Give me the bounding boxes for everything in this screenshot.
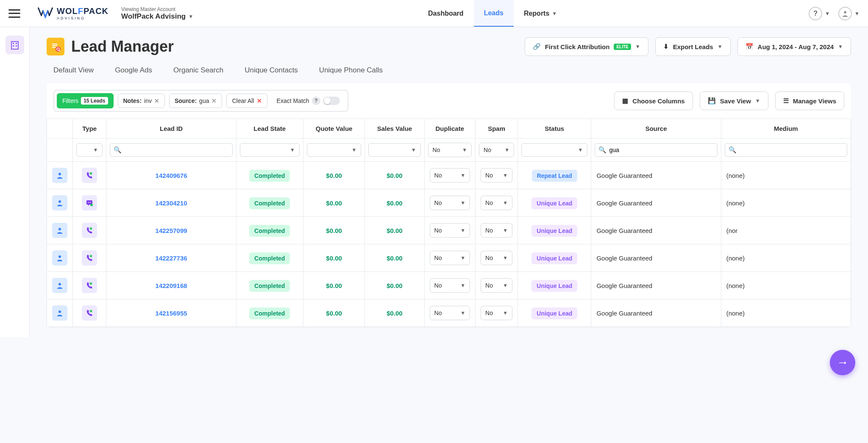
hamburger-menu-icon[interactable] — [8, 9, 20, 18]
attribution-button[interactable]: 🔗 First Click Attribution ELITE ▼ — [525, 37, 648, 56]
manage-views-button[interactable]: ☰Manage Views — [775, 91, 844, 110]
date-range-button[interactable]: 📅 Aug 1, 2024 - Aug 7, 2024 ▼ — [737, 37, 851, 56]
filter-source-chip[interactable]: Source:gua✕ — [169, 94, 222, 108]
lead-state: Completed — [249, 225, 290, 237]
lead-state: Completed — [249, 170, 290, 182]
toggle-switch[interactable] — [323, 97, 340, 105]
person-icon[interactable] — [52, 305, 67, 321]
duplicate-select[interactable]: No▼ — [430, 168, 470, 183]
chevron-down-icon[interactable]: ▼ — [825, 11, 830, 17]
phone-icon[interactable] — [82, 278, 97, 293]
topbar: WOLFPACK ADVISING Viewing Master Account… — [0, 0, 868, 27]
chevron-down-icon[interactable]: ▼ — [854, 11, 860, 17]
table-row: 142156955Completed$0.00$0.00No▼No▼Unique… — [47, 299, 851, 327]
source-cell: Google Guaranteed — [591, 189, 721, 217]
col-lead-state[interactable]: Lead State — [236, 119, 303, 138]
export-button[interactable]: ⬇ Export Leads ▼ — [655, 37, 731, 56]
type-filter[interactable]: ▼ — [76, 143, 103, 157]
tab-organic-search[interactable]: Organic Search — [173, 64, 223, 76]
spam-select[interactable]: No▼ — [481, 223, 512, 238]
chevron-down-icon: ▼ — [188, 14, 193, 19]
leadid-filter[interactable]: 🔍 — [110, 143, 232, 157]
duplicate-select[interactable]: No▼ — [430, 196, 470, 210]
nav-dashboard[interactable]: Dashboard — [418, 0, 474, 27]
tab-unique-contacts[interactable]: Unique Contacts — [245, 64, 298, 76]
tab-default-view[interactable]: Default View — [53, 64, 94, 76]
person-icon[interactable] — [52, 278, 67, 293]
date-range-label: Aug 1, 2024 - Aug 7, 2024 — [758, 43, 834, 50]
status-pill: Unique Lead — [531, 252, 577, 264]
nav-leads[interactable]: Leads — [474, 0, 514, 27]
sales-filter[interactable]: ▼ — [368, 143, 420, 157]
phone-icon[interactable] — [82, 223, 97, 238]
source-cell: Google Guaranteed — [591, 217, 721, 244]
person-icon[interactable] — [52, 223, 67, 238]
col-duplicate[interactable]: Duplicate — [424, 119, 476, 138]
remove-icon[interactable]: ✕ — [154, 97, 159, 104]
help-icon[interactable]: ? — [312, 97, 320, 105]
spam-select[interactable]: No▼ — [481, 196, 512, 210]
exact-match-toggle[interactable]: Exact Match ? — [272, 93, 345, 108]
tab-google-ads[interactable]: Google Ads — [115, 64, 152, 76]
col-quote-value[interactable]: Quote Value — [303, 119, 365, 138]
medium-cell: (none) — [721, 272, 851, 299]
person-icon[interactable] — [52, 195, 67, 210]
state-filter[interactable]: ▼ — [240, 143, 300, 157]
svg-point-13 — [58, 173, 61, 175]
spam-filter[interactable]: No▼ — [479, 143, 514, 157]
duplicate-select[interactable]: No▼ — [430, 278, 470, 293]
col-medium[interactable]: Medium — [721, 119, 851, 138]
duplicate-filter[interactable]: No▼ — [428, 143, 472, 157]
lead-id-link[interactable]: 142409676 — [156, 172, 187, 179]
lead-id-link[interactable]: 142209168 — [156, 282, 187, 289]
medium-cell: (none) — [721, 162, 851, 189]
spam-select[interactable]: No▼ — [481, 168, 512, 183]
quote-value: $0.00 — [326, 255, 342, 262]
lead-id-link[interactable]: 142156955 — [156, 310, 187, 317]
save-view-button[interactable]: 💾Save View▼ — [700, 91, 768, 110]
chevron-down-icon: ▼ — [718, 44, 723, 50]
help-icon[interactable]: ? — [809, 7, 822, 20]
duplicate-select[interactable]: No▼ — [430, 306, 470, 320]
spam-select[interactable]: No▼ — [481, 278, 512, 293]
user-avatar-icon[interactable] — [838, 7, 852, 20]
col-status[interactable]: Status — [518, 119, 591, 138]
nav-reports[interactable]: Reports▼ — [514, 0, 567, 27]
filter-notes-chip[interactable]: Notes:inv✕ — [118, 94, 165, 108]
lead-id-link[interactable]: 142257099 — [156, 227, 187, 234]
duplicate-select[interactable]: No▼ — [430, 251, 470, 265]
spam-select[interactable]: No▼ — [481, 306, 512, 320]
sales-value: $0.00 — [387, 310, 403, 317]
person-icon[interactable] — [52, 168, 67, 183]
lead-id-link[interactable]: 142304210 — [156, 199, 187, 207]
choose-columns-button[interactable]: ▦Choose Columns — [614, 91, 693, 110]
phone-icon[interactable] — [82, 305, 97, 321]
col-sales-value[interactable]: Sales Value — [365, 119, 424, 138]
building-icon[interactable] — [6, 36, 24, 54]
tab-unique-phone-calls[interactable]: Unique Phone Calls — [319, 64, 383, 76]
filters-chip[interactable]: Filters 15 Leads — [57, 93, 114, 108]
phone-icon[interactable] — [82, 168, 97, 183]
phone-icon[interactable] — [82, 250, 97, 266]
lead-id-link[interactable]: 142227736 — [156, 255, 187, 262]
main-nav: Dashboard Leads Reports▼ — [418, 0, 567, 27]
col-type[interactable]: Type — [73, 119, 106, 138]
spam-select[interactable]: No▼ — [481, 251, 512, 265]
clear-all-chip[interactable]: Clear All✕ — [226, 94, 267, 108]
source-filter[interactable]: 🔍 — [595, 143, 717, 157]
svg-rect-5 — [16, 45, 17, 47]
col-source[interactable]: Source — [591, 119, 721, 138]
medium-filter[interactable]: 🔍 — [725, 143, 847, 157]
duplicate-select[interactable]: No▼ — [430, 223, 470, 238]
remove-icon[interactable]: ✕ — [211, 97, 217, 104]
remove-icon[interactable]: ✕ — [257, 97, 262, 104]
status-filter[interactable]: ▼ — [521, 143, 587, 157]
account-switcher[interactable]: Viewing Master Account WolfPack Advising… — [121, 6, 193, 21]
logo[interactable]: WOLFPACK ADVISING — [37, 6, 108, 20]
person-icon[interactable] — [52, 250, 67, 266]
quote-filter[interactable]: ▼ — [307, 143, 362, 157]
col-lead-id[interactable]: Lead ID — [106, 119, 236, 138]
col-spam[interactable]: Spam — [476, 119, 518, 138]
svg-point-23 — [58, 310, 61, 313]
chat-icon[interactable] — [82, 195, 97, 210]
